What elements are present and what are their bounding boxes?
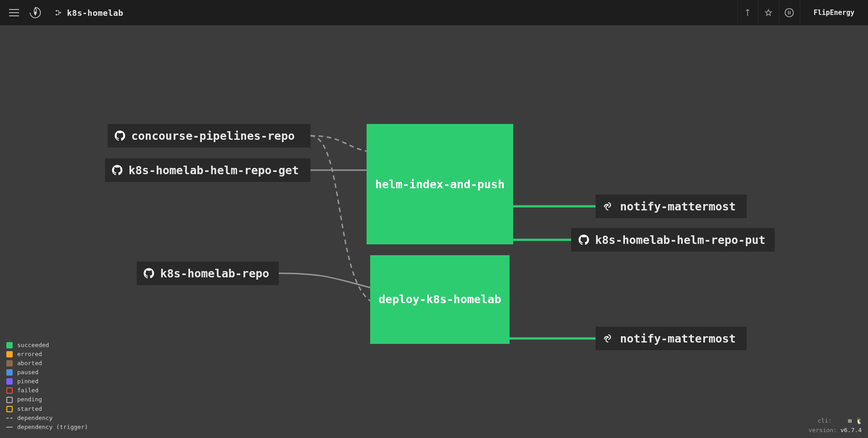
svg-point-1: [56, 10, 57, 11]
svg-point-2: [56, 14, 57, 15]
pipeline-icon: [55, 8, 62, 18]
linux-icon[interactable]: 🐧: [855, 418, 862, 424]
legend-dependency-trigger: dependency (trigger): [6, 423, 88, 432]
legend-aborted: aborted: [6, 359, 88, 368]
user-name: FlipEnergy: [814, 9, 854, 17]
svg-point-4: [785, 9, 793, 17]
job-deploy-k8s-homelab[interactable]: deploy-k8s-homelab: [370, 255, 510, 344]
pipeline-name[interactable]: k8s-homelab: [67, 8, 124, 18]
edge-homelab-repo-to-deploy: [279, 273, 371, 288]
hamburger-menu[interactable]: [9, 9, 19, 16]
favorite-button[interactable]: [758, 0, 779, 25]
edge-concourse-repo-to-helm: [310, 136, 371, 152]
user-menu[interactable]: FlipEnergy: [800, 0, 868, 25]
legend-dependency: dependency: [6, 414, 88, 423]
resource-label: notify-mattermost: [620, 200, 736, 213]
windows-icon[interactable]: ⊞: [845, 418, 852, 424]
resource-label: k8s-homelab-repo: [160, 267, 269, 280]
legend-started: started: [6, 405, 88, 414]
resource-helm-repo-put[interactable]: k8s-homelab-helm-repo-put: [571, 228, 775, 252]
resource-homelab-repo[interactable]: k8s-homelab-repo: [137, 262, 279, 285]
resource-label: notify-mattermost: [620, 332, 736, 345]
legend-errored: errored: [6, 350, 88, 359]
resource-helm-repo-get[interactable]: k8s-homelab-helm-repo-get: [105, 158, 310, 182]
footer-right: cli: ⊞ 🐧 version: v6.7.4: [809, 417, 862, 433]
pause-button[interactable]: [779, 0, 800, 25]
breadcrumb: k8s-homelab: [55, 8, 124, 18]
resource-label: k8s-homelab-helm-repo-put: [595, 233, 765, 247]
job-helm-index-and-push[interactable]: helm-index-and-push: [367, 124, 513, 244]
resource-notify-mattermost-1[interactable]: notify-mattermost: [596, 195, 747, 218]
concourse-logo-icon[interactable]: [29, 6, 42, 19]
svg-point-3: [60, 12, 62, 14]
edge-concourse-repo-to-deploy: [310, 136, 371, 301]
resource-label: concourse-pipelines-repo: [131, 129, 295, 143]
resource-concourse-pipelines-repo[interactable]: concourse-pipelines-repo: [108, 124, 310, 148]
svg-point-0: [34, 12, 36, 14]
apple-icon[interactable]: [835, 418, 842, 424]
job-label: helm-index-and-push: [375, 178, 505, 191]
pin-button[interactable]: [737, 0, 758, 25]
legend-pending: pending: [6, 395, 88, 404]
pipeline-canvas[interactable]: concourse-pipelines-repo k8s-homelab-hel…: [0, 25, 868, 438]
version-value: v6.7.4: [840, 427, 862, 433]
resource-notify-mattermost-2[interactable]: notify-mattermost: [596, 327, 747, 350]
job-label: deploy-k8s-homelab: [379, 293, 501, 306]
legend-succeeded: succeeded: [6, 341, 88, 350]
legend-paused: paused: [6, 368, 88, 377]
top-bar: k8s-homelab FlipEnergy: [0, 0, 868, 25]
version-label: version:: [809, 427, 837, 433]
resource-label: k8s-homelab-helm-repo-get: [129, 164, 299, 177]
legend: succeeded errored aborted paused pinned …: [6, 341, 88, 432]
legend-pinned: pinned: [6, 377, 88, 386]
cli-label: cli:: [818, 417, 832, 424]
legend-failed: failed: [6, 386, 88, 395]
